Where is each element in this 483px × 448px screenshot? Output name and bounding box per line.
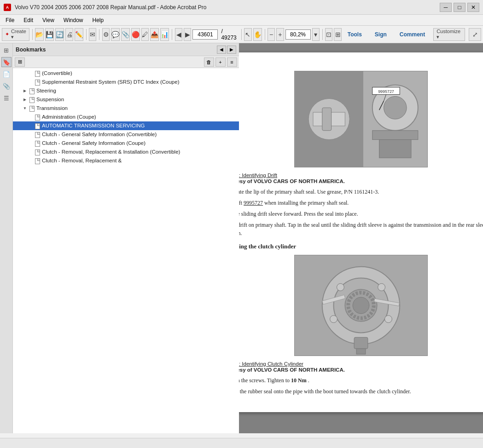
menu-window[interactable]: Window: [60, 16, 87, 24]
redact-button[interactable]: 🔴: [131, 28, 140, 41]
menu-edit[interactable]: Edit: [20, 16, 37, 24]
zoom-out-button[interactable]: −: [268, 28, 275, 41]
figure-13-caption: Fig. 13: Identifying Clutch Cylinder: [239, 361, 483, 367]
close-button[interactable]: ✕: [467, 3, 479, 12]
expand-toolbar-button[interactable]: ⤢: [469, 28, 481, 41]
print-button[interactable]: 🖨: [65, 28, 73, 41]
expand-icon: [28, 158, 33, 164]
bookmark-item-administration[interactable]: Administration (Coupe): [13, 113, 239, 121]
menu-file[interactable]: File: [2, 16, 18, 24]
app-icon: A: [4, 4, 11, 11]
zoom-in-button[interactable]: +: [276, 28, 284, 41]
export2-button[interactable]: 📊: [160, 28, 169, 41]
bookmark-label: Transmission: [36, 105, 237, 112]
sign-button[interactable]: Sign: [370, 30, 391, 39]
pdf-para-4: Guide drift on primary shaft. Tap in the…: [239, 221, 483, 237]
expand-icon: [28, 79, 33, 86]
toolbar-right: Tools Sign Comment Customize ▾ ⤢: [343, 28, 481, 41]
page-icon: [34, 149, 41, 155]
page-icon: [34, 114, 41, 121]
menu-view[interactable]: View: [39, 16, 58, 24]
pdf-para-thread: Thread the rubber seal onto the pipe wit…: [239, 387, 483, 396]
export-button[interactable]: 📤: [150, 28, 159, 41]
icon-rail: ⊞ 🔖 📄 📎 ☰: [0, 43, 13, 433]
bookmark-item-convertible[interactable]: (Convertible): [13, 69, 239, 78]
fit-page-button[interactable]: ⊡: [325, 28, 332, 41]
pdf-para-1: Lubricate the lip of the primary shaft s…: [239, 188, 483, 196]
maximize-button[interactable]: □: [454, 3, 466, 12]
page-number-input[interactable]: 43601: [192, 29, 218, 40]
menu-help[interactable]: Help: [89, 16, 108, 24]
svg-point-7: [384, 96, 407, 119]
figure-13: [239, 255, 483, 356]
bookmarks-icon[interactable]: 🔖: [1, 57, 12, 67]
bm-add-btn[interactable]: +: [215, 57, 226, 67]
main-area: ⊞ 🔖 📄 📎 ☰ Bookmarks ◀ ▶ ⊞ 🗑 + ≡ (Con: [0, 43, 483, 433]
bookmark-item-steering[interactable]: ▶ Steering: [13, 86, 239, 95]
comment-button[interactable]: Comment: [395, 30, 430, 39]
bookmark-item-clutch-removal-conv[interactable]: Clutch - Removal, Replacement & Installa…: [13, 148, 239, 156]
page-icon: [34, 70, 41, 77]
attachments-icon[interactable]: 📎: [1, 81, 12, 91]
select-tool-button[interactable]: ↖: [244, 28, 251, 41]
bookmarks-collapse-button[interactable]: ◀: [217, 46, 226, 54]
page-icon: [34, 132, 41, 138]
settings-button[interactable]: ⚙: [102, 28, 110, 41]
nav-icon[interactable]: ⊞: [1, 45, 12, 55]
figure-12: 9995727: [239, 71, 483, 167]
create-button[interactable]: ✦ Create ▾: [2, 28, 29, 41]
customize-button[interactable]: Customize ▾: [433, 28, 465, 41]
zoom-input[interactable]: 80,2%: [285, 29, 311, 40]
prev-page-button[interactable]: ◀: [175, 28, 182, 41]
figure-13-credit: Courtesy of VOLVO CARS OF NORTH AMERICA.: [239, 367, 483, 373]
svg-point-22: [384, 316, 392, 323]
window-controls[interactable]: ─ □ ✕: [440, 3, 479, 12]
bookmark-item-transmission[interactable]: ▼ Transmission: [13, 104, 239, 113]
figure-12-link[interactable]: Fig. 12: Identifying Drift: [239, 172, 278, 178]
bookmarks-header: Bookmarks ◀ ▶: [13, 43, 239, 56]
bookmark-item-auto-trans[interactable]: AUTOMATIC TRANSMISSION SERVICING: [13, 121, 239, 130]
hand-tool-button[interactable]: ✋: [253, 28, 262, 41]
expand-icon: [28, 149, 33, 155]
pdf-para-3: Pull the sliding drift sleeve forward. P…: [239, 210, 483, 218]
attach-button[interactable]: 📎: [121, 28, 130, 41]
page-total: / 49273: [219, 28, 238, 41]
bookmark-item-clutch-safety-conv[interactable]: Clutch - General Safety Information (Con…: [13, 130, 239, 139]
comment-tool-button[interactable]: 💬: [111, 28, 120, 41]
bookmark-label: Suspension: [36, 96, 237, 103]
figure-12-credit: Courtesy of VOLVO CARS OF NORTH AMERICA.: [239, 178, 483, 184]
bookmark-item-clutch-removal[interactable]: Clutch - Removal, Replacement &: [13, 156, 239, 165]
pages-icon[interactable]: 📄: [1, 69, 12, 79]
figure-13-link[interactable]: Fig. 13: Identifying Clutch Cylinder: [239, 361, 303, 367]
bookmarks-expand-button[interactable]: ▶: [227, 46, 236, 54]
fit-width-button[interactable]: ⊞: [334, 28, 341, 41]
bm-options-btn[interactable]: ≡: [227, 57, 237, 67]
bookmark-label: Clutch - Removal, Replacement & Installa…: [42, 149, 237, 155]
bookmark-item-suspension[interactable]: ▶ Suspension: [13, 95, 239, 104]
refresh-button[interactable]: 🔄: [55, 28, 64, 41]
svg-rect-4: [322, 108, 332, 131]
bm-view-btn[interactable]: ⊞: [15, 57, 25, 67]
window-title: Volvo V70 2004 2005 2006 2007 2008 Repai…: [15, 4, 206, 11]
next-page-button[interactable]: ▶: [184, 28, 191, 41]
tools-button[interactable]: Tools: [343, 30, 367, 39]
bookmark-item-srs[interactable]: Supplemental Restraint System (SRS) DTC …: [13, 78, 239, 86]
open-button[interactable]: 📂: [35, 28, 44, 41]
right-panel[interactable]: 9995727 Fig. 12: Identifying Drift Court…: [239, 43, 483, 433]
separator-3: [99, 29, 99, 40]
save-button[interactable]: 💾: [45, 28, 54, 41]
figure-12-caption: Fig. 12: Identifying Drift: [239, 172, 483, 178]
minimize-button[interactable]: ─: [440, 3, 452, 12]
bookmarks-controls: ◀ ▶: [217, 46, 236, 54]
bookmarks-content[interactable]: (Convertible) Supplemental Restraint Sys…: [13, 68, 239, 433]
email-button[interactable]: ✉: [89, 28, 96, 41]
bm-delete-btn[interactable]: 🗑: [204, 57, 214, 67]
separator-7: [322, 29, 323, 40]
svg-rect-9: [379, 140, 411, 158]
sign-tool-button[interactable]: 🖊: [141, 28, 149, 41]
bookmark-item-clutch-safety-coupe[interactable]: Clutch - General Safety Information (Cou…: [13, 139, 239, 148]
zoom-dropdown[interactable]: ▾: [312, 28, 320, 41]
bookmark-label: (Convertible): [42, 70, 237, 77]
edit-button[interactable]: ✏️: [75, 28, 83, 41]
layers-icon[interactable]: ☰: [1, 93, 12, 103]
